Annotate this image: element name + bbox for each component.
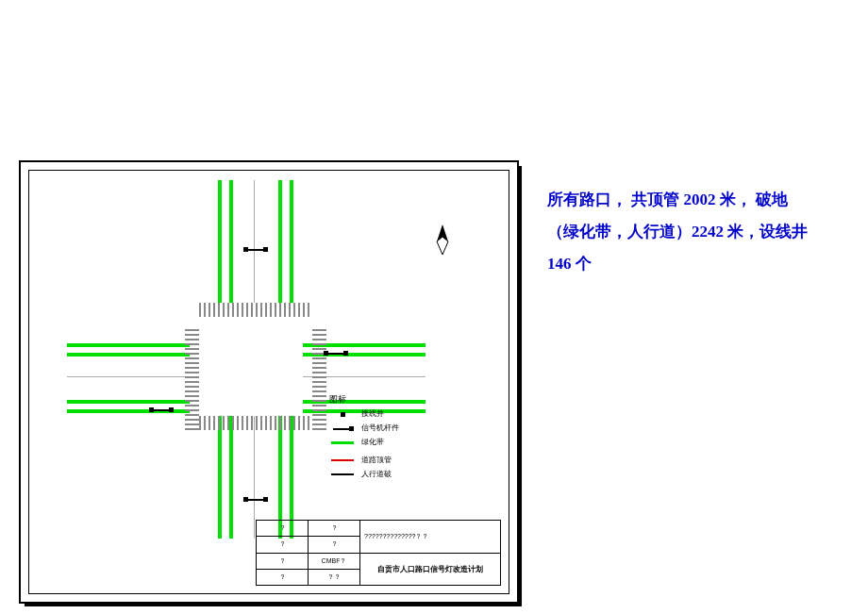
tb-cell: ？ <box>257 554 309 569</box>
legend-row-well: 接线井 <box>329 408 452 421</box>
crosswalk-north <box>199 303 312 317</box>
legend-row-pole: 信号机杆件 <box>329 423 452 435</box>
tb-project-label: ?????????????? <box>364 533 411 539</box>
north-arrow-icon <box>428 223 457 260</box>
crosswalk-south <box>199 416 312 430</box>
svg-marker-0 <box>437 224 448 241</box>
sidewalk-icon <box>331 473 354 475</box>
signal-pole-south <box>242 491 270 510</box>
tb-cell: ？ <box>309 521 359 536</box>
intersection-plan <box>67 180 426 539</box>
signal-pole-east <box>322 345 350 364</box>
summary-mid1: 米， 破地 <box>716 191 789 208</box>
drawing-title: 自贡市人口路口信号灯改造计划 <box>377 564 483 574</box>
crosswalk-east <box>312 326 326 430</box>
legend-row-green: 绿化带 <box>329 437 452 449</box>
greenbelt-icon <box>331 441 354 444</box>
tb-right-tag: ？？ <box>415 532 428 541</box>
summary-prefix: 所有路口， 共顶管 <box>547 191 684 208</box>
tb-cell: ？ <box>257 537 309 552</box>
legend-row-black: 人行道破 <box>329 469 452 481</box>
pole-icon <box>333 428 352 430</box>
pipe-icon <box>331 459 354 461</box>
legend-label: 接线井 <box>361 408 384 421</box>
svg-marker-1 <box>437 237 448 255</box>
legend: 图标 接线井 信号机杆件 绿化带 道路顶管 人行道破 <box>329 392 452 482</box>
tb-cell: ？ <box>257 521 309 536</box>
title-block-left: ？？ ？？ ？CMBF？ ？？？ <box>257 521 360 585</box>
crosswalk-west <box>185 326 199 430</box>
summary-suffix: 个 <box>572 255 592 273</box>
tb-cell: ？ <box>257 570 309 585</box>
drawing-frame: 图标 接线井 信号机杆件 绿化带 道路顶管 人行道破 <box>19 160 519 604</box>
legend-label: 人行道破 <box>361 469 392 481</box>
title-block: ？？ ？？ ？CMBF？ ？？？ ??????????????？？ 自贡市人口路… <box>256 520 501 586</box>
legend-label: 绿化带 <box>361 437 384 449</box>
tb-cell: CMBF？ <box>309 554 359 569</box>
well-icon <box>341 412 345 417</box>
legend-label: 道路顶管 <box>361 455 392 467</box>
summary-text: 所有路口， 共顶管 2002 米， 破地 （绿化带，人行道）2242 米，设线井… <box>547 184 849 280</box>
summary-wells: 146 <box>547 255 572 273</box>
summary-mid2: （绿化带，人行道） <box>547 223 692 241</box>
tb-cell: ？ <box>309 537 359 552</box>
signal-pole-north <box>242 241 270 260</box>
legend-label: 信号机杆件 <box>361 423 399 435</box>
signal-pole-west <box>147 402 175 421</box>
inner-frame: 图标 接线井 信号机杆件 绿化带 道路顶管 人行道破 <box>28 170 509 594</box>
summary-mid3: 米，设线井 <box>724 223 808 241</box>
tb-cell: ？？ <box>309 570 359 585</box>
legend-row-red: 道路顶管 <box>329 455 452 467</box>
summary-pipe-length: 2002 <box>684 191 716 208</box>
legend-title: 图标 <box>329 392 452 406</box>
summary-dig-length: 2242 <box>692 223 724 241</box>
title-block-right: ??????????????？？ 自贡市人口路口信号灯改造计划 <box>360 521 500 585</box>
